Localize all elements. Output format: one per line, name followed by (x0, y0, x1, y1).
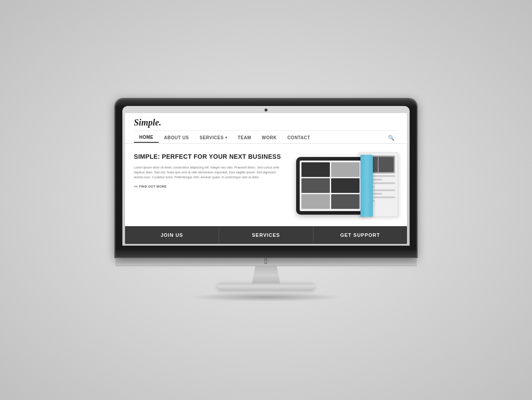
tablet-mockup (296, 157, 365, 215)
imac-mockup: Simple. HOME ABOUT US SERVICES ▾ TEAM WO… (115, 99, 417, 302)
nav-about[interactable]: ABOUT US (159, 133, 194, 142)
search-icon[interactable]: 🔍 (384, 133, 398, 143)
hero-cta-link[interactable]: FIND OUT MORE (134, 185, 283, 188)
cta-bar: JOIN US SERVICES GET SUPPORT (125, 226, 407, 244)
tablet-block (301, 178, 330, 193)
imac-monitor-body: Simple. HOME ABOUT US SERVICES ▾ TEAM WO… (115, 99, 417, 257)
nav-home[interactable]: HOME (134, 133, 159, 143)
website-mockup: Simple. HOME ABOUT US SERVICES ▾ TEAM WO… (125, 113, 407, 244)
tablet-block (331, 178, 360, 193)
hero-device-mockup (292, 153, 398, 219)
nav-work[interactable]: WORK (256, 133, 282, 142)
apple-logo-icon:  (265, 257, 268, 265)
tablet-cover (360, 155, 373, 217)
imac-bezel: Simple. HOME ABOUT US SERVICES ▾ TEAM WO… (122, 106, 410, 246)
imac-stand-neck (248, 266, 284, 284)
tablet-block (331, 162, 360, 177)
tablet-block (301, 162, 330, 177)
nav-services[interactable]: SERVICES ▾ (194, 133, 232, 142)
imac-screen: Simple. HOME ABOUT US SERVICES ▾ TEAM WO… (125, 113, 407, 244)
get-support-button[interactable]: GET SUPPORT (313, 226, 407, 244)
nav-contact[interactable]: CONTACT (282, 133, 316, 142)
tablet-screen (300, 161, 361, 211)
imac-chin:  (115, 257, 417, 266)
doc-img-cell (379, 157, 394, 172)
tablet-block (331, 194, 360, 209)
site-nav: HOME ABOUT US SERVICES ▾ TEAM WORK CONTA… (134, 130, 398, 143)
site-header: Simple. HOME ABOUT US SERVICES ▾ TEAM WO… (125, 113, 407, 144)
imac-shadow (188, 293, 344, 302)
dropdown-arrow-icon: ▾ (225, 136, 227, 140)
imac-stand-base (217, 283, 315, 290)
hero-text: SIMPLE: PERFECT FOR YOUR NEXT BUSINESS L… (134, 153, 283, 188)
tablet-block (301, 194, 330, 209)
site-logo: Simple. (134, 118, 398, 130)
hero-description: Lorem ipsum dolor sit amet, consectetur … (134, 165, 283, 180)
services-button[interactable]: SERVICES (219, 226, 313, 244)
hero-title: SIMPLE: PERFECT FOR YOUR NEXT BUSINESS (134, 153, 283, 161)
join-us-button[interactable]: JOIN US (125, 226, 219, 244)
hero-section: SIMPLE: PERFECT FOR YOUR NEXT BUSINESS L… (125, 144, 407, 226)
imac-camera (265, 109, 267, 111)
nav-team[interactable]: TEAM (232, 133, 256, 142)
